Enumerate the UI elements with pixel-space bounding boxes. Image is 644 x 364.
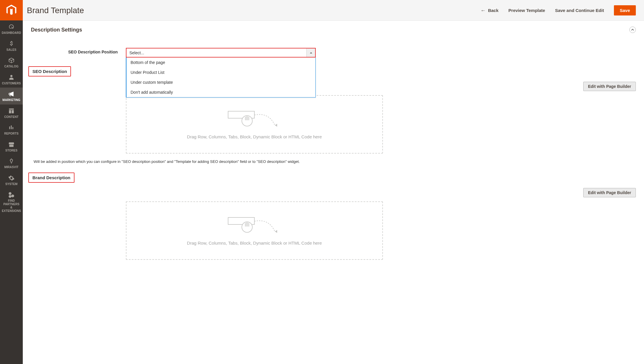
sidebar-item-label: SYSTEM (5, 182, 18, 186)
sidebar-item-stores[interactable]: STORES (0, 138, 23, 155)
sidebar-item-dashboard[interactable]: DASHBOARD (0, 20, 23, 37)
chevron-up-icon (310, 52, 312, 54)
panel-title: Description Settings (31, 27, 82, 33)
sidebar-item-label: STORES (5, 149, 18, 152)
seo-description-note: Will be added in position which you can … (34, 159, 636, 164)
sidebar-item-marketing[interactable]: MARKETING (0, 88, 23, 105)
boxes-icon (8, 191, 15, 198)
svg-marker-2 (275, 124, 277, 127)
main: Brand Template ← Back Preview Template S… (23, 0, 644, 364)
select-value: Select... (126, 48, 306, 57)
arrow-left-icon: ← (480, 8, 486, 13)
gear-icon (8, 175, 15, 181)
sidebar-item-catalog[interactable]: CATALOG (0, 54, 23, 71)
diamond-icon (8, 158, 15, 164)
sidebar-item-label: MARKETING (2, 98, 20, 102)
select-dropdown: Bottom of the page Under Product List Un… (126, 58, 316, 97)
field-label: SEO Description Position (31, 48, 126, 54)
dropzone-text: Drag Row, Columns, Tabs, Block, Dynamic … (187, 241, 322, 245)
sidebar-item-label: CATALOG (4, 65, 19, 68)
page-builder-actions: Edit with Page Builder (31, 188, 636, 197)
field-seo-description-position: SEO Description Position Select... Botto… (31, 38, 636, 58)
bars-icon (8, 124, 15, 131)
select-option[interactable]: Bottom of the page (126, 58, 315, 67)
sidebar-item-label: CUSTOMERS (2, 82, 21, 85)
sidebar-item-mirasvit[interactable]: MIRASVIT (0, 155, 23, 172)
brand-description-dropzone[interactable]: Drag Row, Columns, Tabs, Block, Dynamic … (126, 201, 383, 260)
person-icon (8, 74, 15, 81)
store-icon (8, 141, 15, 148)
select-option[interactable]: Under custom template (126, 77, 315, 87)
brand-description-label: Brand Description (28, 173, 74, 183)
seo-description-section-header: SEO Description (31, 66, 636, 76)
save-button[interactable]: Save (614, 5, 636, 15)
sidebar-item-sales[interactable]: SALES (0, 37, 23, 54)
page-builder-actions: Edit with Page Builder (31, 82, 636, 91)
select-display[interactable]: Select... (126, 48, 316, 58)
sidebar-item-label: CONTENT (4, 115, 18, 119)
svg-marker-4 (275, 230, 277, 233)
sidebar-item-label: SALES (6, 48, 16, 52)
sidebar: DASHBOARD SALES CATALOG CUSTOMERS MARKET… (0, 0, 23, 364)
dropzone-text: Drag Row, Columns, Tabs, Block, Dynamic … (187, 134, 322, 139)
select-toggle[interactable] (306, 48, 315, 57)
sidebar-item-reports[interactable]: REPORTS (0, 121, 23, 138)
page-header: Brand Template ← Back Preview Template S… (23, 0, 644, 21)
sidebar-item-label: FIND PARTNERS & EXTENSIONS (1, 199, 22, 213)
page-title: Brand Template (27, 6, 84, 15)
drag-hint-icon (225, 216, 284, 234)
sidebar-item-label: MIRASVIT (4, 166, 19, 169)
gauge-icon (8, 24, 15, 30)
header-actions: ← Back Preview Template Save and Continu… (480, 5, 636, 15)
chevron-up-icon (631, 28, 634, 31)
panel-header: Description Settings (31, 21, 636, 38)
content: Description Settings SEO Description Pos… (23, 21, 644, 271)
seo-position-select[interactable]: Select... Bottom of the page Under Produ… (126, 48, 316, 58)
sidebar-item-label: REPORTS (4, 132, 18, 135)
magento-logo[interactable] (0, 0, 23, 20)
back-button[interactable]: ← Back (480, 8, 499, 13)
edit-page-builder-button[interactable]: Edit with Page Builder (583, 188, 636, 197)
layout-icon (8, 108, 15, 114)
seo-description-dropzone[interactable]: Drag Row, Columns, Tabs, Block, Dynamic … (126, 95, 383, 154)
preview-template-button[interactable]: Preview Template (508, 8, 545, 13)
brand-description-section-header: Brand Description (31, 173, 636, 183)
select-option[interactable]: Under Product List (126, 67, 315, 77)
sidebar-item-system[interactable]: SYSTEM (0, 172, 23, 189)
magento-logo-icon (6, 5, 16, 16)
dollar-icon (8, 41, 15, 47)
collapse-toggle[interactable] (629, 27, 636, 33)
sidebar-item-partners[interactable]: FIND PARTNERS & EXTENSIONS (0, 188, 23, 215)
sidebar-item-content[interactable]: CONTENT (0, 105, 23, 121)
drag-hint-icon (225, 110, 284, 127)
sidebar-item-label: DASHBOARD (2, 31, 21, 35)
seo-description-label: SEO Description (28, 66, 71, 76)
back-label: Back (488, 8, 499, 13)
save-continue-button[interactable]: Save and Continue Edit (555, 8, 604, 13)
sidebar-item-customers[interactable]: CUSTOMERS (0, 71, 23, 88)
svg-marker-0 (310, 52, 312, 53)
select-option[interactable]: Don't add automatically (126, 87, 315, 97)
box-icon (8, 57, 15, 64)
megaphone-icon (8, 91, 15, 97)
edit-page-builder-button[interactable]: Edit with Page Builder (583, 82, 636, 91)
